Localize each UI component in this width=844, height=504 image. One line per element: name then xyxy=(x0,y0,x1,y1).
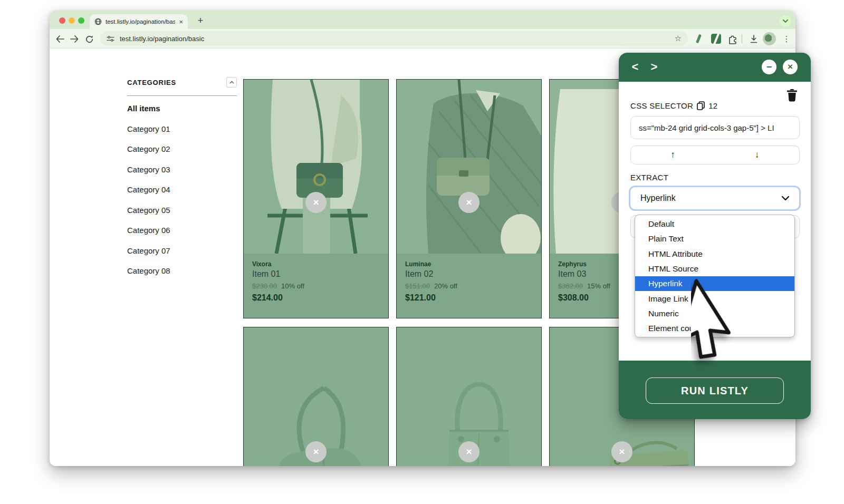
extract-option[interactable]: Hyperlink xyxy=(635,276,794,291)
extract-option[interactable]: HTML Source xyxy=(635,261,794,276)
product-discount: 20% off xyxy=(434,282,457,290)
product-discount: 15% off xyxy=(587,282,610,290)
extract-selected-value: Hyperlink xyxy=(640,193,782,203)
profile-avatar[interactable] xyxy=(763,32,776,45)
listly-panel-header: < > − × xyxy=(619,53,811,82)
product-info: Luminae Item 02 $151.0020% off $121.00 xyxy=(397,253,541,318)
back-icon xyxy=(55,35,64,43)
url-bar[interactable]: test.listly.io/pagination/basic ☆ xyxy=(100,31,688,46)
category-link[interactable]: Category 03 xyxy=(127,160,170,180)
match-count: 12 xyxy=(708,101,717,110)
panel-minimize-button[interactable]: − xyxy=(762,60,776,74)
product-brand: Luminae xyxy=(405,260,533,268)
trash-icon xyxy=(786,89,798,102)
chevron-down-icon xyxy=(782,196,789,200)
tab-close-icon[interactable]: × xyxy=(179,18,183,25)
forward-button[interactable] xyxy=(68,32,81,46)
download-icon xyxy=(749,34,759,44)
deselect-item-button[interactable]: × xyxy=(305,192,327,213)
back-button[interactable] xyxy=(53,32,66,46)
new-tab-button[interactable]: + xyxy=(194,15,207,27)
selector-child-button[interactable]: ↓ xyxy=(715,146,800,164)
listly-panel: < > − × CSS SELECTOR 12 ↑ ↓ EXTRACT Hype… xyxy=(619,53,811,419)
category-link[interactable]: Category 01 xyxy=(127,119,170,140)
product-discount: 10% off xyxy=(281,282,304,290)
category-link[interactable]: All items xyxy=(127,99,170,119)
toolbar-divider xyxy=(742,34,742,43)
product-name: Item 02 xyxy=(405,269,533,279)
extract-option[interactable]: HTML Attribute xyxy=(635,247,794,261)
browser-toolbar: test.listly.io/pagination/basic ☆ ⋮ xyxy=(50,29,795,49)
product-name: Item 01 xyxy=(252,269,380,279)
deselect-item-button[interactable]: × xyxy=(305,441,327,462)
category-link[interactable]: Category 08 xyxy=(127,261,170,282)
screenshot-stage: test.listly.io/pagination/basic × + xyxy=(0,0,844,504)
categories-list: All itemsCategory 01Category 02Category … xyxy=(127,99,170,282)
extract-option[interactable]: Element count xyxy=(635,321,794,336)
panel-prev-button[interactable]: < xyxy=(628,60,642,74)
category-link[interactable]: Category 02 xyxy=(127,139,170,160)
deselect-item-button[interactable]: × xyxy=(611,441,632,462)
window-close-button[interactable] xyxy=(59,17,65,24)
puzzle-icon xyxy=(727,34,738,44)
chevron-up-icon xyxy=(229,81,234,84)
browser-menu-button[interactable]: ⋮ xyxy=(781,32,792,46)
css-selector-input[interactable] xyxy=(630,116,800,139)
css-selector-label: CSS SELECTOR xyxy=(630,101,693,110)
chevron-down-icon xyxy=(783,20,788,23)
listly-slash-extension-icon[interactable] xyxy=(696,34,702,44)
category-link[interactable]: Category 07 xyxy=(127,241,170,261)
product-info: Vixora Item 01 $238.0010% off $214.00 xyxy=(244,253,388,318)
globe-icon xyxy=(94,18,102,25)
copy-icon[interactable] xyxy=(697,101,705,110)
categories-divider xyxy=(127,95,237,96)
product-original-price: $151.00 xyxy=(405,282,430,290)
category-link[interactable]: Category 04 xyxy=(127,180,170,200)
product-photo xyxy=(397,80,541,254)
tab-search-button[interactable] xyxy=(780,15,791,27)
deselect-item-button[interactable]: × xyxy=(458,441,479,462)
reload-button[interactable] xyxy=(82,32,96,46)
window-zoom-button[interactable] xyxy=(78,17,84,24)
extract-option[interactable]: Image Link xyxy=(635,291,794,306)
site-settings-icon[interactable] xyxy=(107,35,114,42)
url-text: test.listly.io/pagination/basic xyxy=(120,35,669,43)
panel-close-button[interactable]: × xyxy=(783,60,798,74)
extract-option[interactable]: Default xyxy=(635,217,794,231)
window-minimize-button[interactable] xyxy=(69,17,75,24)
listly-panel-footer: RUN LISTLY xyxy=(619,361,811,419)
categories-heading: CATEGORIES xyxy=(127,79,176,86)
extract-select[interactable]: Hyperlink xyxy=(629,186,801,211)
product-original-price: $238.00 xyxy=(252,282,277,290)
deselect-item-button[interactable]: × xyxy=(458,192,479,213)
delete-selector-button[interactable] xyxy=(786,89,798,102)
product-price: $121.00 xyxy=(405,293,533,303)
panel-next-button[interactable]: > xyxy=(647,60,661,74)
css-selector-row: CSS SELECTOR 12 xyxy=(630,101,718,110)
extract-label: EXTRACT xyxy=(630,173,668,182)
product-photo xyxy=(244,80,388,254)
bookmark-star-icon[interactable]: ☆ xyxy=(675,34,682,43)
product-price: $214.00 xyxy=(252,293,380,303)
forward-icon xyxy=(70,35,79,43)
tab-title: test.listly.io/pagination/basic xyxy=(106,18,175,25)
category-link[interactable]: Category 05 xyxy=(127,200,170,221)
listly-panel-body: CSS SELECTOR 12 ↑ ↓ EXTRACT Hyperlink De… xyxy=(619,82,811,361)
product-original-price: $362.00 xyxy=(558,282,583,290)
product-brand: Vixora xyxy=(252,260,380,268)
extract-option[interactable]: Plain Text xyxy=(635,231,794,246)
tab-strip: test.listly.io/pagination/basic × + xyxy=(50,11,795,29)
downloads-button[interactable] xyxy=(747,32,761,46)
browser-tab[interactable]: test.listly.io/pagination/basic × xyxy=(90,14,188,29)
extract-option[interactable]: Numeric xyxy=(635,306,794,321)
category-link[interactable]: Category 06 xyxy=(127,220,170,241)
extensions-button[interactable] xyxy=(726,32,740,46)
run-listly-button[interactable]: RUN LISTLY xyxy=(646,377,784,404)
selector-parent-button[interactable]: ↑ xyxy=(630,146,715,164)
reload-icon xyxy=(85,35,94,44)
extract-options-list: DefaultPlain TextHTML AttributeHTML Sour… xyxy=(635,215,795,337)
categories-collapse-button[interactable] xyxy=(226,77,237,88)
listly-pinned-extension-icon[interactable] xyxy=(711,34,721,44)
